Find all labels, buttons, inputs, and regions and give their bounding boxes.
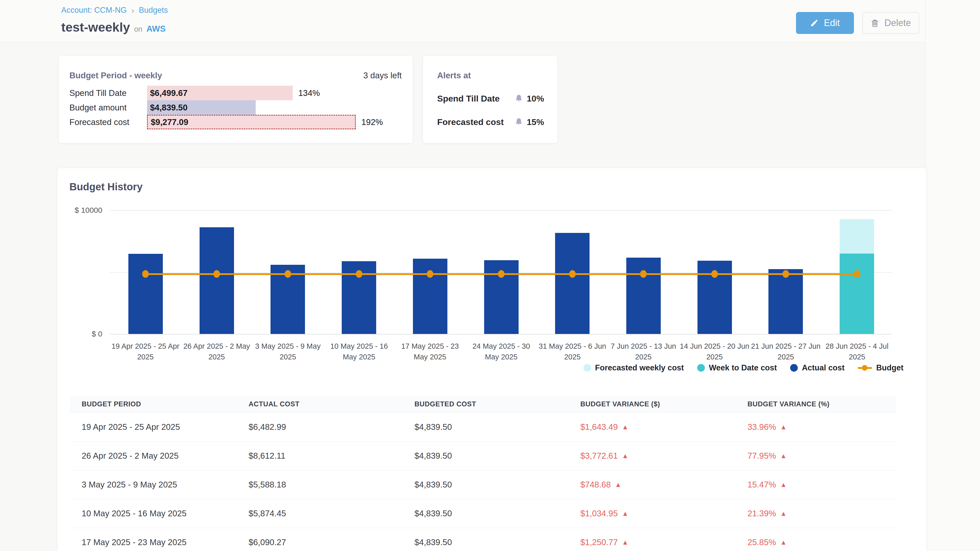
breadcrumb-budgets-link[interactable]: Budgets xyxy=(139,6,168,15)
table-cell: 3 May 2025 - 9 May 2025 xyxy=(82,470,177,499)
actual-cost-bar[interactable] xyxy=(768,269,803,334)
variance-pct-cell: 33.96%▲ xyxy=(748,413,787,441)
table-body: 19 Apr 2025 - 25 Apr 2025$6,482.99$4,839… xyxy=(70,413,896,551)
budget-name: test-weekly xyxy=(61,20,130,35)
scroll-gutter[interactable] xyxy=(925,0,980,551)
table-cell: $4,839.50 xyxy=(414,441,452,470)
budget-history-title: Budget History xyxy=(69,181,143,192)
table-cell: $5,874.45 xyxy=(248,499,286,528)
alert-row-label: Spend Till Date xyxy=(437,94,500,103)
budget-line-point[interactable] xyxy=(854,270,860,278)
bell-icon xyxy=(514,118,523,126)
legend-item-actual-cost[interactable]: Actual cost xyxy=(790,363,845,372)
table-row[interactable]: 17 May 2025 - 23 May 2025$6,090.27$4,839… xyxy=(70,528,896,551)
budget-line-point[interactable] xyxy=(640,270,647,278)
variance-value: $748.68 xyxy=(580,480,611,489)
table-header-cell: ACTUAL COST xyxy=(248,395,300,413)
table-row[interactable]: 19 Apr 2025 - 25 Apr 2025$6,482.99$4,839… xyxy=(70,413,896,441)
variance-value: $1,643.49 xyxy=(580,422,618,432)
alert-row-label: Forecasted cost xyxy=(437,117,504,127)
budget-period-row: Spend Till Date$6,499.67134% xyxy=(59,86,413,100)
up-triangle-icon: ▲ xyxy=(780,539,787,546)
budget-line-point[interactable] xyxy=(569,270,576,278)
table-header-cell: BUDGET VARIANCE (%) xyxy=(748,395,829,413)
edit-button-label: Edit xyxy=(824,17,840,28)
budget-period-heading: Budget Period - weekly xyxy=(69,71,162,80)
legend-item-week-to-date-cost[interactable]: Week to Date cost xyxy=(697,363,777,372)
up-triangle-icon: ▲ xyxy=(615,481,621,488)
actual-cost-bar[interactable] xyxy=(128,254,163,334)
y-axis-tick-zero: $ 0 xyxy=(62,330,102,338)
x-axis-category-label: 28 Jun 2025 - 4 Jul 2025 xyxy=(821,341,893,362)
x-axis-category-label: 10 May 2025 - 16 May 2025 xyxy=(323,341,395,362)
alert-row: Spend Till Date10% xyxy=(437,91,544,106)
chart-x-axis xyxy=(110,334,892,334)
budget-period-row-amount: $6,499.67 xyxy=(147,88,188,98)
table-row[interactable]: 26 Apr 2025 - 2 May 2025$8,612.11$4,839.… xyxy=(70,441,896,470)
budget-period-row: Forecasted cost$9,277.09192% xyxy=(59,115,413,129)
budget-line-point[interactable] xyxy=(711,270,718,278)
table-cell: $5,588.18 xyxy=(248,470,286,499)
table-cell: $6,482.99 xyxy=(248,413,286,441)
table-cell: 26 Apr 2025 - 2 May 2025 xyxy=(82,441,179,470)
x-axis-category-label: 7 Jun 2025 - 13 Jun 2025 xyxy=(608,341,679,362)
budget-line-point[interactable] xyxy=(142,270,149,278)
budget-line-point[interactable] xyxy=(213,270,220,278)
budget-period-row-amount: $9,277.09 xyxy=(148,118,188,127)
budget-line-point[interactable] xyxy=(498,270,504,278)
forecasted-weekly-cost-bar[interactable] xyxy=(840,219,874,254)
table-cell: $6,090.27 xyxy=(248,528,286,551)
x-axis-category-label: 24 May 2025 - 30 May 2025 xyxy=(466,341,537,362)
title-connector: on xyxy=(134,25,142,33)
x-axis-category-label: 31 May 2025 - 6 Jun 2025 xyxy=(537,341,608,362)
up-triangle-icon: ▲ xyxy=(622,424,628,430)
actual-cost-bar[interactable] xyxy=(200,227,234,334)
page-title: test-weekly on AWS xyxy=(61,20,165,35)
table-cell: 19 Apr 2025 - 25 Apr 2025 xyxy=(82,413,180,441)
page-header: Account: CCM-NG › Budgets test-weekly on… xyxy=(0,0,925,42)
table-row[interactable]: 3 May 2025 - 9 May 2025$5,588.18$4,839.5… xyxy=(70,470,896,499)
week-to-date-cost-bar[interactable] xyxy=(840,254,874,334)
cloud-provider-label: AWS xyxy=(146,24,165,34)
delete-button[interactable]: Delete xyxy=(862,12,919,34)
table-cell: 17 May 2025 - 23 May 2025 xyxy=(82,528,186,551)
alert-row-threshold: 15% xyxy=(514,117,544,127)
budget-period-row-bar: $4,839.50 xyxy=(147,100,256,115)
actual-cost-bar[interactable] xyxy=(626,258,661,334)
budget-detail-page: Account: CCM-NG › Budgets test-weekly on… xyxy=(0,0,980,551)
edit-button[interactable]: Edit xyxy=(796,12,854,34)
breadcrumb: Account: CCM-NG › Budgets xyxy=(61,6,168,15)
legend-label: Actual cost xyxy=(802,363,845,372)
legend-label: Week to Date cost xyxy=(709,363,777,372)
variance-value: 15.47% xyxy=(748,480,776,489)
delete-button-label: Delete xyxy=(884,17,911,28)
up-triangle-icon: ▲ xyxy=(780,510,787,517)
x-axis-category-label: 26 Apr 2025 - 2 May 2025 xyxy=(181,341,252,362)
variance-usd-cell: $1,250.77▲ xyxy=(580,528,628,551)
table-cell: $4,839.50 xyxy=(414,470,452,499)
table-cell: $4,839.50 xyxy=(414,413,452,441)
breadcrumb-account-link[interactable]: Account: CCM-NG xyxy=(61,6,127,15)
table-header-cell: BUDGET VARIANCE ($) xyxy=(580,395,660,413)
variance-pct-cell: 77.95%▲ xyxy=(748,441,787,470)
up-triangle-icon: ▲ xyxy=(780,453,787,459)
budget-line-point[interactable] xyxy=(356,270,363,278)
alert-row-threshold: 10% xyxy=(514,94,544,103)
alert-threshold-value: 15% xyxy=(527,117,544,127)
up-triangle-icon: ▲ xyxy=(622,453,628,459)
variance-pct-cell: 21.39%▲ xyxy=(748,499,787,528)
budget-line-point[interactable] xyxy=(285,270,291,278)
budget-line-point[interactable] xyxy=(427,270,433,278)
up-triangle-icon: ▲ xyxy=(780,424,787,430)
budget-period-row-amount: $4,839.50 xyxy=(147,103,188,113)
budget-history-table: BUDGET PERIODACTUAL COSTBUDGETED COSTBUD… xyxy=(70,395,896,551)
legend-item-budget[interactable]: Budget xyxy=(858,363,904,372)
variance-value: $3,772.61 xyxy=(580,451,618,461)
budget-line-point[interactable] xyxy=(783,270,789,278)
variance-value: 77.95% xyxy=(748,451,776,461)
table-cell: 10 May 2025 - 16 May 2025 xyxy=(82,499,186,528)
legend-item-forecasted-weekly-cost[interactable]: Forecasted weekly cost xyxy=(584,363,684,372)
bell-icon xyxy=(514,94,523,103)
actual-cost-bar[interactable] xyxy=(555,233,590,334)
table-row[interactable]: 10 May 2025 - 16 May 2025$5,874.45$4,839… xyxy=(70,499,896,528)
